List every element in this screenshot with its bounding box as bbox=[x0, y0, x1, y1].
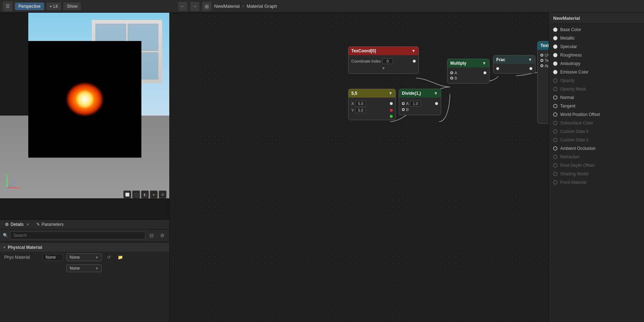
mat-pin-11 bbox=[553, 121, 557, 125]
mat-row-3[interactable]: Roughness bbox=[549, 51, 644, 59]
node-frac[interactable]: Frac ▼ bbox=[493, 55, 535, 74]
mat-label-11: Subsurface Color bbox=[560, 121, 593, 125]
mat-label-13: Custom Data 1 bbox=[560, 137, 589, 142]
divide-header: Divide(1,) ▼ bbox=[399, 89, 441, 98]
node-texture-sample[interactable]: Texture Sample ▲ UVs RGB Tex R bbox=[537, 41, 549, 124]
menu-button[interactable]: ☰ bbox=[3, 1, 13, 11]
divide-b-in-pin[interactable] bbox=[402, 108, 405, 111]
forward-button[interactable]: → bbox=[190, 2, 199, 11]
phys-browse-button[interactable]: 📁 bbox=[116, 253, 124, 262]
texture-tex-in[interactable] bbox=[540, 59, 543, 62]
viewport-toolbar: ☰ Perspective ● Lit Show bbox=[3, 1, 172, 11]
multiply-body: A B bbox=[447, 68, 489, 83]
texture-expand[interactable]: ▼ bbox=[540, 115, 549, 121]
mat-label-5: Emissive Color bbox=[560, 70, 589, 75]
texcoord-collapse[interactable]: ▼ bbox=[411, 48, 416, 53]
axes-gizmo: X Z Y bbox=[4, 174, 21, 191]
mat-label-1: Metallic bbox=[560, 36, 575, 41]
mat-row-11[interactable]: Subsurface Color bbox=[549, 119, 644, 127]
mat-pin-12 bbox=[553, 129, 557, 134]
mat-row-14[interactable]: Ambient Occlusion bbox=[549, 144, 644, 153]
mat-pin-16 bbox=[553, 163, 557, 168]
physical-material-section[interactable]: ▼ Physical Material bbox=[0, 243, 169, 252]
mat-pin-0 bbox=[553, 28, 557, 32]
node-graph[interactable]: TexCoord[0] ▼ Coordinate Index 0 ▼ 5,5 ▼… bbox=[170, 13, 549, 322]
perspective-button[interactable]: Perspective bbox=[15, 2, 44, 10]
node-divide[interactable]: Divide(1,) ▼ A 1.0 B bbox=[399, 89, 441, 115]
mat-row-8[interactable]: Normal bbox=[549, 93, 644, 102]
mat-row-1[interactable]: Metallic bbox=[549, 34, 644, 42]
const-green-pin[interactable] bbox=[390, 115, 393, 118]
node-texcoord[interactable]: TexCoord[0] ▼ Coordinate Index 0 ▼ bbox=[348, 46, 419, 74]
mat-row-7[interactable]: Opacity Mask bbox=[549, 85, 644, 93]
show-button[interactable]: Show bbox=[63, 2, 81, 10]
mat-row-13[interactable]: Custom Data 1 bbox=[549, 136, 644, 144]
multiply-b-in-pin[interactable] bbox=[450, 77, 453, 80]
phys-second-dropdown[interactable]: None ▼ bbox=[66, 264, 102, 272]
texture-uvs-in[interactable] bbox=[540, 54, 543, 57]
search-input[interactable] bbox=[10, 232, 145, 239]
svg-text:X: X bbox=[18, 186, 21, 190]
const-y-pin[interactable] bbox=[390, 109, 393, 112]
node-constant2[interactable]: 5,5 ▼ X 5.0 Y 5.0 bbox=[348, 89, 396, 120]
constant2-collapse[interactable]: ▼ bbox=[388, 91, 393, 96]
viewport[interactable]: X Z Y ⬜ ◯ ◧ ● ⚙ bbox=[0, 13, 169, 219]
mat-row-17[interactable]: Shading Model bbox=[549, 170, 644, 178]
mat-row-16[interactable]: Pixel Depth Offset bbox=[549, 161, 644, 170]
details-grid-view[interactable]: ⊟ bbox=[147, 231, 156, 240]
texcoord-expand[interactable]: ▼ bbox=[351, 65, 416, 71]
mat-row-10[interactable]: World Position Offset bbox=[549, 110, 644, 119]
frac-collapse[interactable]: ▼ bbox=[528, 57, 532, 62]
mat-pin-14 bbox=[553, 146, 557, 151]
tab-parameters[interactable]: ✎ Parameters bbox=[33, 220, 67, 229]
mat-label-10: World Position Offset bbox=[560, 112, 600, 117]
left-panel: X Z Y ⬜ ◯ ◧ ● ⚙ ⚙ Details ✕ bbox=[0, 13, 170, 322]
svg-line-2 bbox=[7, 183, 13, 188]
back-button[interactable]: ← bbox=[178, 2, 187, 11]
close-details-tab[interactable]: ✕ bbox=[26, 222, 29, 227]
mat-row-4[interactable]: Anisotropy bbox=[549, 59, 644, 68]
breadcrumb-current: Material Graph bbox=[247, 4, 277, 9]
mat-row-15[interactable]: Refraction bbox=[549, 153, 644, 161]
mat-row-6[interactable]: Opacity bbox=[549, 76, 644, 85]
phys-reset-button[interactable]: ↺ bbox=[105, 253, 113, 262]
divide-out-pin[interactable] bbox=[435, 102, 438, 105]
mat-pin-5 bbox=[553, 70, 557, 74]
mat-row-0[interactable]: Base Color bbox=[549, 25, 644, 34]
viewport-ctrl-1[interactable]: ⬜ bbox=[123, 191, 131, 198]
divide-collapse[interactable]: ▼ bbox=[434, 91, 438, 96]
divide-a-in-pin[interactable] bbox=[402, 102, 405, 105]
multiply-out-pin[interactable] bbox=[484, 71, 486, 74]
const-x-pin[interactable] bbox=[390, 102, 393, 105]
viewport-ctrl-4[interactable]: ● bbox=[150, 191, 158, 198]
texture-mipbias-in[interactable] bbox=[540, 64, 543, 67]
mat-row-2[interactable]: Specular bbox=[549, 42, 644, 51]
viewport-ctrl-2[interactable]: ◯ bbox=[132, 191, 140, 198]
frac-in-pin[interactable] bbox=[496, 67, 499, 70]
mat-row-5[interactable]: Emissive Color bbox=[549, 68, 644, 76]
breadcrumb-project[interactable]: NewMaterial bbox=[214, 4, 240, 9]
phys-material-dropdown[interactable]: None ▼ bbox=[66, 253, 102, 261]
main-area: X Z Y ⬜ ◯ ◧ ● ⚙ ⚙ Details ✕ bbox=[0, 13, 644, 322]
mat-row-18[interactable]: Front Material bbox=[549, 178, 644, 187]
mat-label-6: Opacity bbox=[560, 78, 575, 83]
lit-button[interactable]: ● Lit bbox=[46, 2, 62, 10]
details-settings[interactable]: ⚙ bbox=[158, 231, 166, 240]
mat-row-9[interactable]: Tangent bbox=[549, 102, 644, 110]
node-multiply[interactable]: Multiply ▼ A B bbox=[447, 59, 490, 84]
frac-out-pin[interactable] bbox=[529, 67, 532, 70]
mat-row-12[interactable]: Custom Data 0 bbox=[549, 127, 644, 136]
divide-a-row: A 1.0 bbox=[402, 101, 438, 106]
grid-button[interactable]: ⊞ bbox=[202, 2, 211, 11]
multiply-a-in-pin[interactable] bbox=[450, 71, 453, 74]
lit-icon: ● bbox=[50, 4, 52, 8]
viewport-ctrl-3[interactable]: ◧ bbox=[141, 191, 149, 198]
texcoord-out-pin[interactable] bbox=[413, 60, 416, 63]
viewport-ctrl-5[interactable]: ⚙ bbox=[159, 191, 166, 198]
mat-pin-3 bbox=[553, 53, 557, 57]
tab-details[interactable]: ⚙ Details ✕ bbox=[1, 220, 33, 229]
material-pin-list: Base ColorMetallicSpecularRoughnessAniso… bbox=[549, 24, 644, 322]
multiply-collapse[interactable]: ▼ bbox=[482, 61, 486, 66]
preview-black-box bbox=[28, 41, 141, 158]
texcoord-coord-row: Coordinate Index 0 bbox=[351, 58, 416, 64]
